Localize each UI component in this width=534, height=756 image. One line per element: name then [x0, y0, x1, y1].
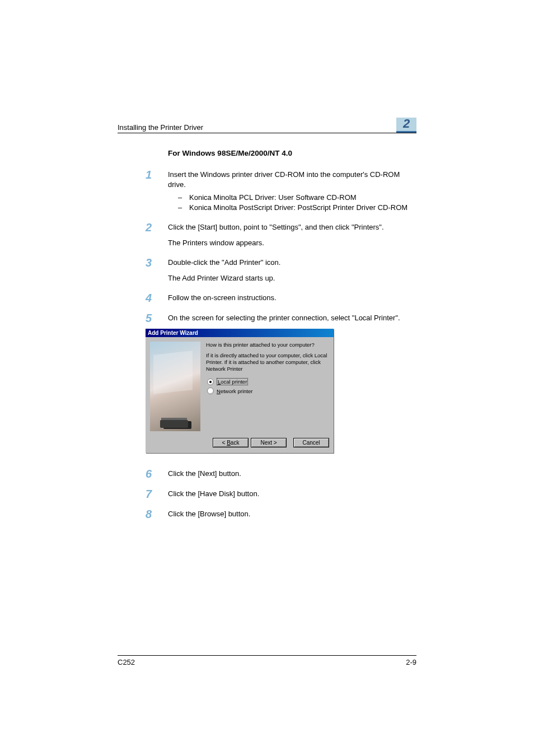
step-text: On the screen for selecting the printer …	[168, 313, 416, 323]
bullet-dash: –	[178, 203, 189, 213]
section-heading: For Windows 98SE/Me/2000/NT 4.0	[168, 149, 416, 157]
step: 5 On the screen for selecting the printe…	[168, 313, 416, 323]
step-body: Follow the on-screen instructions.	[168, 293, 416, 303]
content-column: For Windows 98SE/Me/2000/NT 4.0 1 Insert…	[168, 149, 416, 519]
next-button[interactable]: Next >	[251, 438, 287, 447]
step: 8 Click the [Browse] button.	[168, 509, 416, 519]
step-text-secondary: The Add Printer Wizard starts up.	[168, 273, 416, 283]
step-number: 6	[146, 469, 168, 479]
footer-page-number: 2-9	[406, 658, 416, 666]
chapter-number-badge: 2	[396, 118, 416, 133]
dialog-question: How is this printer attached to your com…	[206, 342, 329, 348]
dialog-text-area: How is this printer attached to your com…	[200, 342, 329, 431]
back-button[interactable]: < Back	[213, 438, 249, 447]
step: 7 Click the [Have Disk] button.	[168, 489, 416, 499]
step-body: Click the [Next] button.	[168, 469, 416, 479]
sublist-item: – Konica Minolta PCL Driver: User Softwa…	[178, 193, 416, 203]
step-number: 1	[146, 170, 168, 212]
spacer	[118, 133, 416, 149]
step-text: Click the [Have Disk] button.	[168, 489, 416, 499]
step-body: Click the [Browse] button.	[168, 509, 416, 519]
footer-model: C252	[118, 658, 135, 666]
step-body: Double-click the "Add Printer" icon. The…	[168, 258, 416, 283]
step-text: Click the [Start] button, point to "Sett…	[168, 222, 416, 232]
step-body: Click the [Have Disk] button.	[168, 489, 416, 499]
step-text-secondary: The Printers window appears.	[168, 238, 416, 248]
radio-icon	[207, 379, 214, 385]
step-number: 7	[146, 489, 168, 499]
radio-label: Network printer	[217, 388, 252, 394]
dialog-instruction: If it is directly attached to your compu…	[206, 352, 329, 372]
step: 4 Follow the on-screen instructions.	[168, 293, 416, 303]
step: 1 Insert the Windows printer driver CD-R…	[168, 170, 416, 212]
sublist-text: Konica Minolta PCL Driver: User Software…	[189, 193, 357, 203]
radio-network-printer[interactable]: Network printer	[207, 388, 329, 394]
step-text: Click the [Next] button.	[168, 469, 416, 479]
sublist-item: – Konica Minolta PostScript Driver: Post…	[178, 203, 416, 213]
radio-local-printer[interactable]: Local printer	[207, 378, 329, 385]
wizard-sidebar-image	[150, 342, 200, 431]
add-printer-wizard-dialog: Add Printer Wizard How is this printer a…	[146, 329, 334, 453]
page-header: Installing the Printer Driver 2	[118, 118, 416, 133]
bullet-dash: –	[178, 193, 189, 203]
dialog-button-row: < Back Next > Cancel	[146, 436, 334, 453]
step: 3 Double-click the "Add Printer" icon. T…	[168, 258, 416, 283]
step-body: On the screen for selecting the printer …	[168, 313, 416, 323]
radio-icon	[207, 388, 214, 394]
dialog-title-bar: Add Printer Wizard	[146, 329, 334, 337]
page-footer: C252 2-9	[118, 655, 416, 666]
step: 2 Click the [Start] button, point to "Se…	[168, 222, 416, 248]
step-number: 3	[146, 258, 168, 283]
sublist-text: Konica Minolta PostScript Driver: PostSc…	[189, 203, 407, 213]
running-header-title: Installing the Printer Driver	[118, 123, 203, 132]
radio-label: Local printer	[217, 378, 248, 385]
step-text: Double-click the "Add Printer" icon.	[168, 258, 416, 268]
dialog-body: How is this printer attached to your com…	[146, 337, 334, 436]
step-number: 5	[146, 313, 168, 323]
step-text: Follow the on-screen instructions.	[168, 293, 416, 303]
step-number: 4	[146, 293, 168, 303]
step-number: 8	[146, 509, 168, 519]
sublist: – Konica Minolta PCL Driver: User Softwa…	[168, 193, 416, 212]
cancel-button[interactable]: Cancel	[293, 438, 329, 447]
step-text: Insert the Windows printer driver CD-ROM…	[168, 170, 416, 189]
step-body: Insert the Windows printer driver CD-ROM…	[168, 170, 416, 212]
step: 6 Click the [Next] button.	[168, 469, 416, 479]
page: Installing the Printer Driver 2 For Wind…	[0, 0, 534, 756]
step-body: Click the [Start] button, point to "Sett…	[168, 222, 416, 248]
step-text: Click the [Browse] button.	[168, 509, 416, 519]
step-number: 2	[146, 222, 168, 248]
